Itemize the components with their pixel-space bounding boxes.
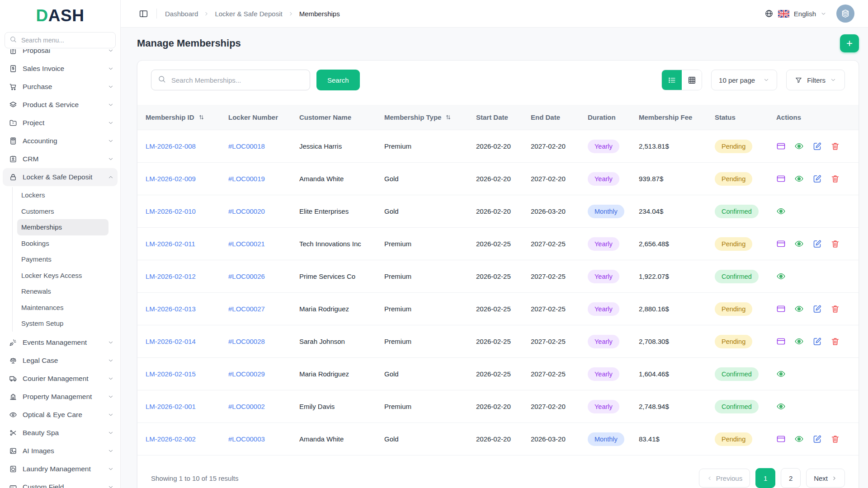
breadcrumb-item-dashboard[interactable]: Dashboard — [165, 10, 198, 18]
sidebar-subitem-memberships[interactable]: Memberships — [17, 219, 108, 235]
delete-trash-icon[interactable] — [830, 239, 840, 249]
filters-button[interactable]: Filters — [786, 70, 845, 90]
sort-icon[interactable] — [198, 114, 205, 121]
edit-icon[interactable] — [812, 239, 822, 249]
add-membership-button[interactable]: + — [840, 34, 859, 52]
sidebar-item-crm[interactable]: CRM — [3, 150, 118, 168]
payment-card-icon[interactable] — [776, 239, 786, 249]
globe-icon[interactable] — [764, 9, 774, 18]
locker-number-link[interactable]: #LOC00020 — [228, 207, 265, 215]
sidebar-item-property-management[interactable]: Property Management — [3, 388, 118, 406]
sidebar-toggle-icon[interactable] — [139, 9, 148, 19]
sidebar-item-custom-field[interactable]: Custom Field — [3, 478, 118, 488]
sort-icon[interactable] — [445, 114, 452, 121]
view-eye-icon[interactable] — [794, 434, 804, 444]
start-date: 2026-02-20 — [468, 130, 523, 163]
sidebar-subitem-payments[interactable]: Payments — [17, 251, 108, 267]
membership-id-link[interactable]: LM-2026-02-009 — [146, 175, 196, 183]
view-eye-icon[interactable] — [776, 206, 786, 216]
membership-id-link[interactable]: LM-2026-02-010 — [146, 207, 196, 215]
membership-id-link[interactable]: LM-2026-02-012 — [146, 272, 196, 280]
list-view-button[interactable] — [662, 70, 682, 90]
edit-icon[interactable] — [812, 174, 822, 183]
locker-number-link[interactable]: #LOC00028 — [228, 338, 265, 345]
sidebar-item-product-and-service[interactable]: Product & Service — [3, 96, 118, 114]
sidebar-item-purchase[interactable]: Purchase — [3, 78, 118, 96]
next-page-button[interactable]: Next — [806, 469, 845, 488]
view-eye-icon[interactable] — [794, 174, 804, 183]
locker-number-link[interactable]: #LOC00026 — [228, 272, 265, 280]
sidebar-item-sales-invoice[interactable]: Sales Invoice — [3, 60, 118, 78]
payment-card-icon[interactable] — [776, 174, 786, 183]
page-2-button[interactable]: 2 — [781, 468, 801, 488]
sidebar-item-project[interactable]: Project — [3, 114, 118, 132]
view-eye-icon[interactable] — [794, 337, 804, 346]
edit-icon[interactable] — [812, 304, 822, 314]
view-eye-icon[interactable] — [794, 239, 804, 249]
view-eye-icon[interactable] — [776, 402, 786, 411]
payment-card-icon[interactable] — [776, 337, 786, 346]
column-membership-type[interactable]: Membership Type — [376, 105, 468, 130]
page-1-button[interactable]: 1 — [755, 468, 775, 488]
memberships-search-input[interactable] — [170, 76, 303, 84]
edit-icon[interactable] — [812, 434, 822, 444]
sidebar-item-ai-images[interactable]: AI Images — [3, 442, 118, 460]
sidebar-subitem-customers[interactable]: Customers — [17, 203, 108, 220]
membership-id-link[interactable]: LM-2026-02-002 — [146, 435, 196, 443]
locker-number-link[interactable]: #LOC00003 — [228, 435, 265, 443]
delete-trash-icon[interactable] — [830, 304, 840, 314]
sidebar-item-beauty-spa[interactable]: Beauty Spa — [3, 424, 118, 442]
sidebar-subitem-renewals[interactable]: Renewals — [17, 283, 108, 300]
column-membership-id[interactable]: Membership ID — [137, 105, 220, 130]
locker-number-link[interactable]: #LOC00002 — [228, 403, 265, 410]
sidebar-subitem-system-setup[interactable]: System Setup — [17, 315, 108, 332]
delete-trash-icon[interactable] — [830, 434, 840, 444]
sidebar-item-events-management[interactable]: Events Management — [3, 333, 118, 352]
locker-number-link[interactable]: #LOC00027 — [228, 305, 265, 313]
sidebar-item-laundry-management[interactable]: Laundry Management — [3, 460, 118, 478]
breadcrumb-item-memberships[interactable]: Memberships — [299, 10, 340, 18]
edit-icon[interactable] — [812, 337, 822, 346]
breadcrumb-item-locker-and-safe-deposit[interactable]: Locker & Safe Deposit — [215, 10, 282, 18]
sidebar-item-courier-management[interactable]: Courier Management — [3, 370, 118, 388]
payment-card-icon[interactable] — [776, 304, 786, 314]
edit-icon[interactable] — [812, 141, 822, 151]
sidebar-subitem-lockers[interactable]: Lockers — [17, 187, 108, 203]
sidebar-search-input[interactable] — [20, 36, 111, 44]
memberships-search-box[interactable] — [151, 70, 310, 90]
search-button[interactable]: Search — [316, 70, 360, 90]
view-eye-icon[interactable] — [794, 304, 804, 314]
sidebar-item-proposal[interactable]: Proposal — [3, 49, 118, 60]
membership-id-link[interactable]: LM-2026-02-001 — [146, 403, 196, 410]
sidebar-item-locker-and-safe-deposit[interactable]: Locker & Safe Deposit — [3, 168, 118, 186]
view-eye-icon[interactable] — [776, 369, 786, 379]
membership-id-link[interactable]: LM-2026-02-013 — [146, 305, 196, 313]
sidebar-item-accounting[interactable]: Accounting — [3, 132, 118, 150]
sidebar-search[interactable] — [5, 32, 116, 48]
sidebar-subitem-bookings[interactable]: Bookings — [17, 235, 108, 252]
sidebar-item-legal-case[interactable]: Legal Case — [3, 352, 118, 370]
locker-number-link[interactable]: #LOC00029 — [228, 370, 265, 378]
sidebar-item-optical-and-eye-care[interactable]: Optical & Eye Care — [3, 406, 118, 424]
delete-trash-icon[interactable] — [830, 141, 840, 151]
membership-id-link[interactable]: LM-2026-02-014 — [146, 338, 196, 345]
view-eye-icon[interactable] — [776, 272, 786, 281]
delete-trash-icon[interactable] — [830, 174, 840, 183]
membership-id-link[interactable]: LM-2026-02-008 — [146, 142, 196, 150]
sidebar-subitem-locker-keys-access[interactable]: Locker Keys Access — [17, 267, 108, 284]
locker-number-link[interactable]: #LOC00018 — [228, 142, 265, 150]
payment-card-icon[interactable] — [776, 434, 786, 444]
membership-id-link[interactable]: LM-2026-02-015 — [146, 370, 196, 378]
sidebar-subitem-maintenances[interactable]: Maintenances — [17, 300, 108, 316]
avatar[interactable] — [836, 5, 854, 23]
grid-view-button[interactable] — [682, 70, 702, 90]
language-selector[interactable]: English — [794, 10, 816, 18]
delete-trash-icon[interactable] — [830, 337, 840, 346]
per-page-select[interactable]: 10 per page — [711, 70, 777, 90]
previous-page-button[interactable]: Previous — [699, 469, 750, 488]
payment-card-icon[interactable] — [776, 141, 786, 151]
view-eye-icon[interactable] — [794, 141, 804, 151]
locker-number-link[interactable]: #LOC00019 — [228, 175, 265, 183]
locker-number-link[interactable]: #LOC00021 — [228, 240, 265, 248]
membership-id-link[interactable]: LM-2026-02-011 — [146, 240, 195, 248]
